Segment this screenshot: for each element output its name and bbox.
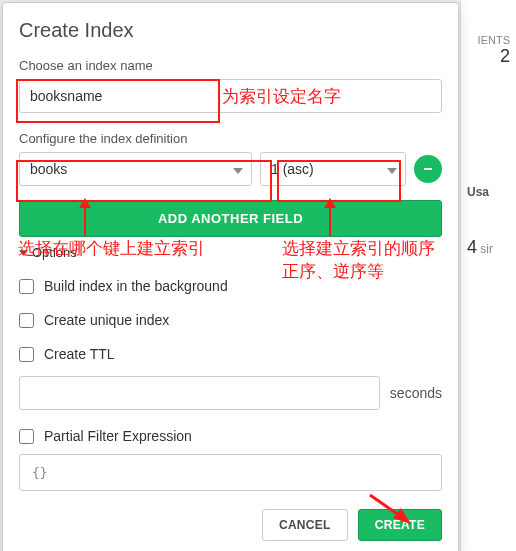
field-select-value: books — [30, 161, 67, 177]
background-checkbox[interactable] — [19, 279, 34, 294]
create-button[interactable]: CREATE — [358, 509, 442, 541]
chevron-down-icon — [387, 161, 397, 177]
chevron-down-icon — [233, 161, 243, 177]
svg-rect-0 — [424, 168, 432, 170]
index-field-row: books 1 (asc) — [19, 152, 442, 186]
unique-label: Create unique index — [44, 312, 169, 328]
order-select[interactable]: 1 (asc) — [260, 152, 406, 186]
seconds-unit: seconds — [390, 385, 442, 401]
field-select[interactable]: books — [19, 152, 252, 186]
minus-icon — [422, 163, 434, 175]
cancel-button[interactable]: CANCEL — [262, 509, 348, 541]
ttl-checkbox[interactable] — [19, 347, 34, 362]
partial-filter-label: Partial Filter Expression — [44, 428, 192, 444]
remove-field-button[interactable] — [414, 155, 442, 183]
ttl-seconds-input[interactable] — [19, 376, 380, 410]
background-panel: IENTS 2 Usa 4 sir — [460, 0, 516, 551]
chevron-down-icon — [19, 250, 28, 256]
unique-checkbox[interactable] — [19, 313, 34, 328]
index-def-label: Configure the index definition — [19, 131, 442, 146]
index-name-input[interactable] — [19, 79, 442, 113]
ttl-label: Create TTL — [44, 346, 115, 362]
add-another-field-button[interactable]: ADD ANOTHER FIELD — [19, 200, 442, 237]
options-toggle[interactable]: Options — [19, 245, 442, 260]
partial-filter-input[interactable]: {} — [19, 454, 442, 491]
order-select-value: 1 (asc) — [271, 161, 314, 177]
modal-title: Create Index — [19, 19, 442, 42]
index-name-label: Choose an index name — [19, 58, 442, 73]
create-index-modal: Create Index Choose an index name Config… — [2, 2, 459, 551]
partial-filter-checkbox[interactable] — [19, 429, 34, 444]
background-label: Build index in the background — [44, 278, 228, 294]
